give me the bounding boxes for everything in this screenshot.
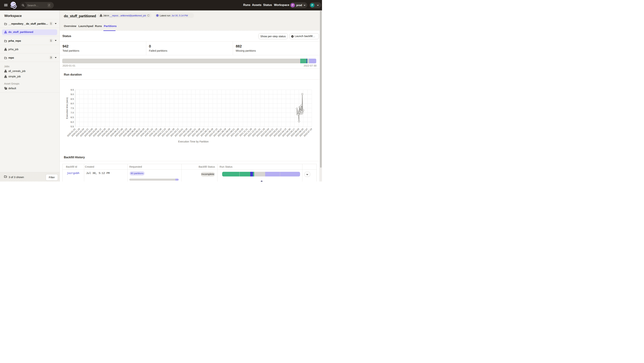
svg-text:8.5: 8.5 xyxy=(70,98,74,100)
svg-text:5.5: 5.5 xyxy=(70,125,74,128)
svg-text:Execution time (secs): Execution time (secs) xyxy=(66,97,68,119)
svg-text:7.0: 7.0 xyxy=(70,111,74,114)
svg-text:8.0: 8.0 xyxy=(70,102,74,105)
svg-text:9.5: 9.5 xyxy=(70,88,74,91)
svg-text:6.0: 6.0 xyxy=(70,121,74,124)
svg-text:9.0: 9.0 xyxy=(70,93,74,96)
svg-text:6.5: 6.5 xyxy=(70,116,74,119)
svg-text:7.5: 7.5 xyxy=(70,107,74,110)
